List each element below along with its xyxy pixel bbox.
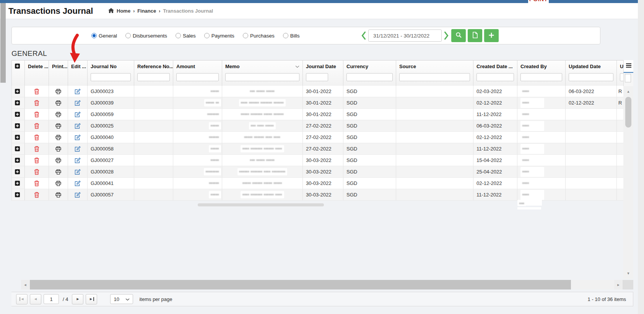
expand-cell[interactable] (12, 178, 25, 189)
delete-row-button[interactable] (34, 146, 39, 152)
scroll-up-arrow-icon[interactable]: ▲ (623, 88, 633, 95)
edit-row-button[interactable] (75, 180, 81, 186)
edit-row-button[interactable] (75, 157, 81, 164)
expand-row-icon[interactable] (15, 100, 20, 105)
expand-row-icon[interactable] (15, 89, 20, 94)
scroll-down-arrow-icon[interactable]: ▼ (623, 270, 633, 277)
edit-row-button[interactable] (75, 146, 81, 152)
delete-row-button[interactable] (34, 123, 39, 129)
edit-row-button[interactable] (75, 100, 81, 106)
add-journal-button[interactable] (484, 29, 499, 42)
radio-option-sales[interactable]: Sales (176, 33, 196, 39)
filter-input-journal_no[interactable] (91, 73, 131, 81)
print-row-button[interactable] (55, 181, 61, 186)
print-row-button[interactable] (55, 192, 61, 198)
print-row-button[interactable] (55, 146, 61, 152)
delete-row-button[interactable] (34, 88, 39, 95)
breadcrumb-finance[interactable]: Finance (137, 8, 156, 14)
expand-row-icon[interactable] (15, 123, 20, 128)
page-number-input[interactable] (44, 294, 59, 304)
edit-row-button[interactable] (75, 169, 81, 175)
delete-row-button[interactable] (34, 169, 39, 175)
filter-input-created_date[interactable] (476, 73, 514, 81)
scroll-right-arrow-icon[interactable]: ► (614, 280, 623, 289)
column-header-currency[interactable]: Currency (343, 61, 396, 86)
chevron-down-icon[interactable] (295, 64, 299, 69)
column-header-reference_no[interactable]: Reference No... (134, 61, 173, 86)
radio-option-payments[interactable]: Payments (204, 33, 234, 39)
column-header-source[interactable]: Source (396, 61, 473, 86)
filter-input-updated_date[interactable] (569, 73, 613, 81)
previous-page-button[interactable]: ◄ (30, 294, 41, 304)
expand-row-icon[interactable] (15, 169, 20, 174)
expand-row-icon[interactable] (15, 158, 20, 163)
vertical-scroll-track[interactable]: ▲ ▼ (623, 86, 633, 279)
edit-row-button[interactable] (75, 88, 81, 95)
column-header-updated_date[interactable]: Updated Date (566, 61, 617, 86)
column-header-created_by[interactable]: Created By (517, 61, 566, 86)
print-row-button[interactable] (55, 89, 61, 94)
column-header-delete[interactable]: Delete ... (25, 61, 49, 86)
previous-period-chevron-icon[interactable] (361, 31, 366, 40)
last-page-button[interactable]: ► (86, 294, 97, 304)
column-header-amount[interactable]: Amount (173, 61, 222, 86)
expand-cell[interactable] (12, 120, 25, 131)
grid-horizontal-scrollbar[interactable]: ◄ ► (21, 280, 623, 289)
expand-cell[interactable] (12, 166, 25, 177)
delete-row-button[interactable] (34, 157, 39, 164)
export-pdf-button[interactable] (468, 29, 482, 42)
expand-cell[interactable] (12, 143, 25, 154)
column-header-print[interactable]: Print... (49, 61, 68, 86)
edit-row-button[interactable] (75, 111, 81, 118)
filter-input-reference_no[interactable] (137, 73, 170, 81)
search-button[interactable] (451, 29, 466, 42)
delete-row-button[interactable] (34, 134, 39, 141)
page-scrollbar-track[interactable] (638, 0, 644, 314)
print-row-button[interactable] (55, 158, 61, 163)
expand-row-icon[interactable] (15, 135, 20, 140)
edit-row-button[interactable] (75, 123, 81, 129)
column-header-edit[interactable]: Edit ... (68, 61, 88, 86)
radio-option-disbursements[interactable]: Disbursements (125, 33, 167, 39)
expand-cell[interactable] (12, 132, 25, 143)
expand-cell[interactable] (12, 97, 25, 108)
grid-vertical-scrollbar[interactable]: ▲ ▼ (623, 60, 633, 278)
delete-row-button[interactable] (34, 111, 39, 118)
print-row-button[interactable] (55, 123, 61, 129)
edit-row-button[interactable] (75, 192, 81, 198)
page-size-select[interactable]: 10 (110, 294, 133, 304)
next-page-button[interactable]: ► (72, 294, 83, 304)
expand-cell[interactable] (12, 189, 25, 200)
print-row-button[interactable] (55, 135, 61, 140)
column-menu-button[interactable] (623, 60, 633, 73)
filter-input-source[interactable] (399, 73, 470, 81)
expand-row-icon[interactable] (15, 181, 20, 186)
delete-row-button[interactable] (34, 192, 39, 198)
radio-option-bills[interactable]: Bills (283, 33, 300, 39)
radio-option-general[interactable]: General (91, 33, 117, 39)
print-row-button[interactable] (55, 100, 61, 106)
print-row-button[interactable] (55, 112, 61, 117)
delete-row-button[interactable] (34, 100, 39, 106)
next-period-chevron-icon[interactable] (444, 31, 449, 40)
first-page-button[interactable]: ◄ (16, 294, 28, 304)
filter-input-created_by[interactable] (520, 73, 562, 81)
column-header-expand[interactable] (12, 61, 25, 86)
filter-input-amount[interactable] (176, 73, 219, 81)
expand-cell[interactable] (12, 109, 25, 120)
horizontal-scroll-thumb[interactable] (30, 280, 571, 289)
scroll-left-arrow-icon[interactable]: ◄ (21, 280, 29, 289)
filter-input-memo[interactable] (225, 73, 299, 81)
column-header-journal_no[interactable]: Journal No (88, 61, 134, 86)
expand-row-icon[interactable] (15, 146, 20, 151)
expand-cell[interactable] (12, 86, 25, 97)
edit-row-button[interactable] (75, 134, 81, 141)
print-row-button[interactable] (55, 169, 61, 175)
column-header-updated_by[interactable]: U (617, 61, 624, 86)
date-range-input[interactable] (368, 29, 442, 42)
vertical-scroll-thumb[interactable] (625, 97, 631, 128)
column-header-journal_date[interactable]: Journal Date (303, 61, 343, 86)
expand-row-icon[interactable] (15, 112, 20, 117)
radio-option-purchases[interactable]: Purchases (243, 33, 275, 39)
column-header-created_date[interactable]: Created Date ... (473, 61, 517, 86)
